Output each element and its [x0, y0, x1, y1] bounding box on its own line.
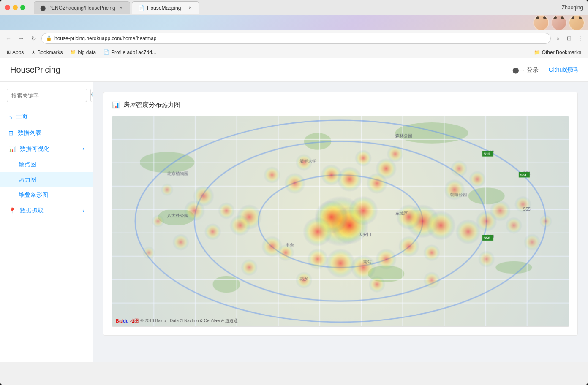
sidebar-item-home[interactable]: ⌂ 主页 — [0, 109, 93, 125]
browser-window: ⬤ PENGZhaoqing/HousePricing ✕ 📄 HouseMap… — [0, 0, 588, 385]
tab-github-favicon: ⬤ — [40, 5, 46, 11]
sidebar: 🔍 ⌂ 主页 ⊞ 数据列表 📊 数据可视化 ‹ — [0, 82, 93, 362]
sidebar-item-datacrawl[interactable]: 📍 数据抓取 ‹ — [0, 203, 93, 219]
address-lock-icon: 🔒 — [46, 35, 52, 41]
apps-grid-icon: ⊞ — [7, 49, 11, 55]
tabs-area: ⬤ PENGZhaoqing/HousePricing ✕ 📄 HouseMap… — [34, 1, 558, 14]
sidebar-datacrawl-label: 数据抓取 — [20, 207, 78, 214]
pin-icon: 📍 — [8, 207, 16, 214]
anime-faces — [533, 15, 585, 30]
bookmark-apps-label: Apps — [12, 49, 24, 55]
heatmap-wrapper: Baidu 地图 © 2016 Baidu - Data © NavInfo &… — [112, 116, 569, 327]
bookmark-apps[interactable]: ⊞ Apps — [3, 48, 27, 57]
tab-github-label: PENGZhaoqing/HousePricing — [48, 5, 115, 11]
heatmap-canvas — [112, 116, 569, 326]
other-bookmarks-folder-icon: 📁 — [534, 49, 540, 55]
search-input[interactable] — [7, 89, 87, 102]
login-link[interactable]: ⬤→ 登录 — [512, 66, 539, 74]
anime-face-1 — [533, 15, 549, 30]
minimize-button[interactable] — [13, 5, 18, 10]
tab-github[interactable]: ⬤ PENGZhaoqing/HousePricing ✕ — [34, 1, 130, 14]
bookmark-other[interactable]: 📁 Other Bookmarks — [531, 48, 585, 57]
sidebar-item-datalist[interactable]: ⊞ 数据列表 — [0, 125, 93, 141]
login-label: 登录 — [527, 66, 539, 74]
back-button[interactable]: ← — [3, 33, 14, 43]
datacrawl-arrow-icon: ‹ — [82, 208, 84, 214]
app-logo: HousePricing — [10, 65, 60, 75]
main-layout: 🔍 ⌂ 主页 ⊞ 数据列表 📊 数据可视化 ‹ — [0, 82, 588, 362]
address-bar[interactable]: 🔒 house-pricing.herokuapp.com/home/heatm… — [41, 33, 551, 44]
profile-doc-icon: 📄 — [103, 49, 109, 55]
maximize-button[interactable] — [20, 5, 25, 10]
map-copyright: © 2016 Baidu - Data © NavInfo & CenNavi … — [139, 318, 238, 324]
bookmark-bigdata[interactable]: 📁 big data — [67, 48, 99, 57]
home-icon: ⌂ — [8, 114, 12, 120]
reload-button[interactable]: ↻ — [29, 33, 39, 43]
sidebar-home-label: 主页 — [16, 113, 84, 121]
bookmark-bigdata-label: big data — [78, 49, 96, 55]
other-bookmarks-label: Other Bookmarks — [542, 49, 581, 55]
nav-icons-right: ☆ ⊡ ⋮ — [553, 34, 585, 43]
forward-button[interactable]: → — [16, 33, 26, 43]
baidu-logo: Baidu — [116, 318, 129, 323]
close-button[interactable] — [5, 5, 10, 10]
anime-strip — [0, 15, 588, 30]
sidebar-subitem-stacked[interactable]: 堆叠条形图 — [0, 187, 93, 203]
bigdata-folder-icon: 📁 — [70, 49, 76, 55]
tab-housemapping-close[interactable]: ✕ — [187, 5, 193, 11]
tab-housemapping[interactable]: 📄 HouseMapping ✕ — [132, 1, 199, 14]
search-area: 🔍 — [0, 89, 93, 109]
github-link[interactable]: Github源码 — [549, 66, 578, 74]
content-card: 📊 房屋密度分布热力图 Baidu 地图 © 2016 Baidu - Data… — [103, 92, 578, 336]
anime-face-3 — [569, 15, 585, 30]
github-label: Github源码 — [549, 66, 578, 74]
sidebar-datalist-label: 数据列表 — [18, 129, 84, 137]
scatter-label: 散点图 — [19, 161, 36, 168]
table-icon: ⊞ — [8, 130, 14, 136]
sidebar-subitem-scatter[interactable]: 散点图 — [0, 157, 93, 172]
bookmarks-bar: ⊞ Apps ★ Bookmarks 📁 big data 📄 Profile … — [0, 46, 588, 58]
traffic-lights — [5, 5, 25, 10]
login-icon: ⬤→ — [512, 67, 525, 73]
anime-face-2 — [551, 15, 567, 30]
bookmark-profile-label: Profile adb1ac7dd... — [111, 49, 156, 55]
address-text: house-pricing.herokuapp.com/home/heatmap — [54, 35, 546, 41]
main-content: 📊 房屋密度分布热力图 Baidu 地图 © 2016 Baidu - Data… — [93, 82, 588, 362]
tab-housemapping-favicon: 📄 — [138, 5, 144, 11]
sidebar-item-dataviz[interactable]: 📊 数据可视化 ‹ — [0, 141, 93, 157]
heatmap-label: 热力图 — [19, 176, 36, 184]
app-header: HousePricing ⬤→ 登录 Github源码 — [0, 58, 588, 82]
card-title: 📊 房屋密度分布热力图 — [112, 101, 569, 109]
chart-bar-icon: 📊 — [8, 146, 16, 152]
bookmark-star-icon[interactable]: ☆ — [553, 34, 563, 43]
nav-menu-icon[interactable]: ⋮ — [575, 34, 585, 43]
card-title-text: 房屋密度分布热力图 — [123, 101, 180, 109]
tab-github-close[interactable]: ✕ — [118, 5, 124, 11]
bookmark-profile[interactable]: 📄 Profile adb1ac7dd... — [100, 48, 160, 57]
bookmark-bookmarks[interactable]: ★ Bookmarks — [28, 48, 66, 57]
tab-housemapping-label: HouseMapping — [147, 5, 181, 11]
stacked-label: 堆叠条形图 — [19, 191, 48, 199]
browser-user: Zhaoqing — [562, 5, 583, 11]
app-header-right: ⬤→ 登录 Github源码 — [512, 66, 578, 74]
bookmark-bookmarks-label: Bookmarks — [37, 49, 63, 55]
title-bar: ⬤ PENGZhaoqing/HousePricing ✕ 📄 HouseMap… — [0, 0, 588, 15]
card-title-chart-icon: 📊 — [112, 101, 120, 109]
dataviz-arrow-icon: ‹ — [82, 146, 84, 152]
nav-bar: ← → ↻ 🔒 house-pricing.herokuapp.com/home… — [0, 30, 588, 46]
map-watermark: Baidu 地图 © 2016 Baidu - Data © NavInfo &… — [116, 318, 238, 324]
bookmarks-star-icon: ★ — [31, 49, 35, 55]
sidebar-subitem-heatmap[interactable]: 热力图 — [0, 172, 93, 187]
app-area: HousePricing ⬤→ 登录 Github源码 🔍 — [0, 58, 588, 362]
nav-extra-icon[interactable]: ⊡ — [564, 34, 574, 43]
sidebar-dataviz-label: 数据可视化 — [20, 145, 78, 153]
